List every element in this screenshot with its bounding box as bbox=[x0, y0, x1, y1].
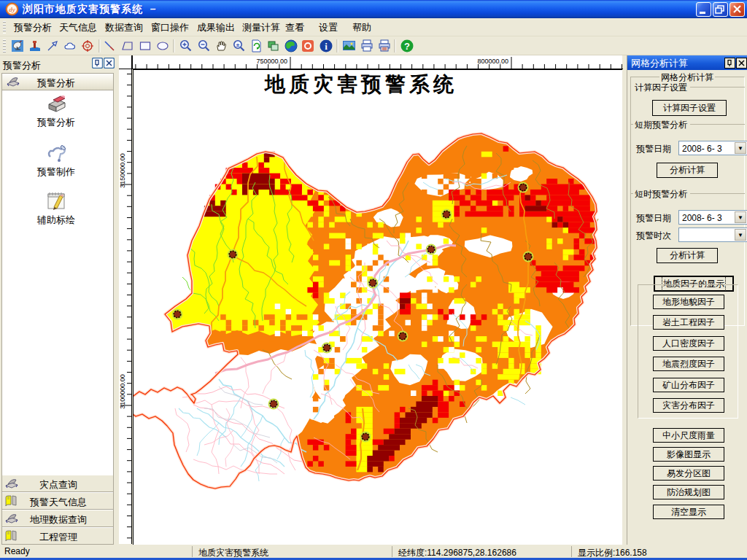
svg-text:i: i bbox=[325, 41, 328, 52]
svg-text:dy: dy bbox=[9, 6, 15, 13]
svg-text:?: ? bbox=[404, 41, 410, 52]
svg-text:±: ± bbox=[236, 42, 240, 48]
